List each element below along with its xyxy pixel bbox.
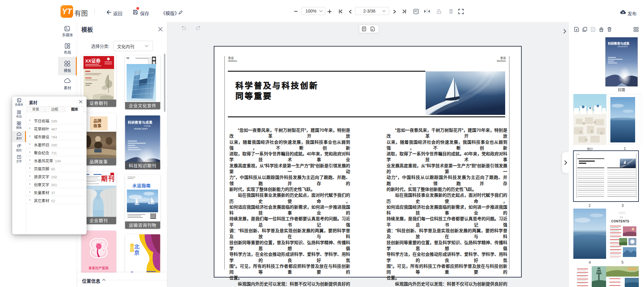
svg-text:#: # (372, 28, 373, 31)
